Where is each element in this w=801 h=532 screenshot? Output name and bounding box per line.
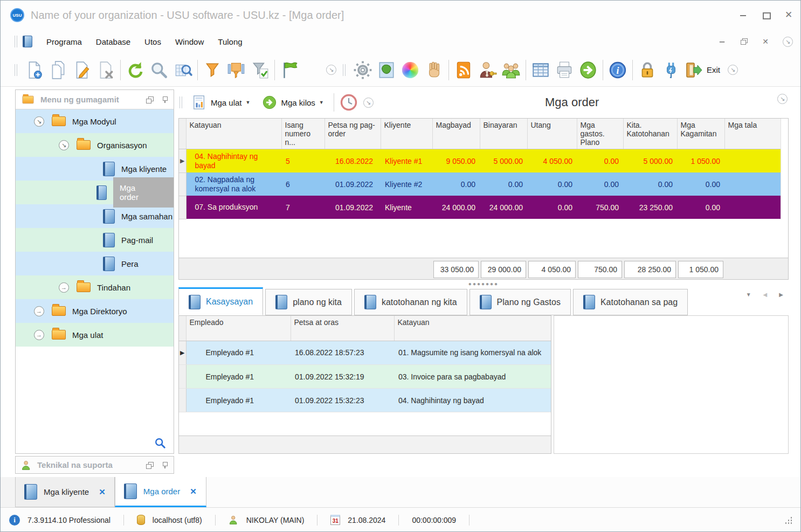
plug-icon[interactable]	[659, 58, 683, 82]
filter-icon[interactable]	[201, 58, 224, 82]
new-document-icon[interactable]	[23, 58, 46, 82]
filter-settings-icon[interactable]	[224, 58, 248, 82]
user-groups-icon[interactable]	[499, 58, 523, 82]
menu-tulong[interactable]: Tulong	[218, 37, 242, 46]
panel-splitter[interactable]: ●●●●●●●	[178, 281, 789, 287]
maximize-button[interactable]	[762, 11, 770, 19]
toolbar-overflow-icon[interactable]: ↘	[728, 65, 738, 75]
support-pin-icon[interactable]	[162, 461, 168, 468]
menu-window[interactable]: Window	[175, 37, 204, 46]
column-header-kita[interactable]: Kita. Katotohanan	[623, 119, 677, 149]
window-tab-mga-kliyente[interactable]: Mga kliyente ✕	[15, 477, 115, 507]
window-tab-mga-order[interactable]: Mga order ✕	[115, 477, 206, 507]
support-panel[interactable]: Teknikal na suporta	[15, 456, 174, 474]
tree-item-mga-samahan[interactable]: Mga samahan	[16, 204, 174, 228]
subtoolbar-collapse-icon[interactable]: ↘	[363, 98, 374, 108]
column-header-katayuan[interactable]: Katayuan	[394, 316, 551, 341]
scheduler-clock-icon[interactable]	[340, 93, 358, 112]
delete-document-icon[interactable]	[94, 58, 118, 82]
column-header-petsa-at-oras[interactable]: Petsa at oras	[291, 316, 394, 341]
column-header-gastos-plano[interactable]: Mga gastos. Plano	[577, 119, 623, 149]
flag-icon[interactable]	[278, 58, 301, 82]
tree-item-mga-direktoryo[interactable]: →Mga Direktoryo	[16, 299, 174, 323]
tab-katotohanan-sa-pag[interactable]: Katotohanan sa pag	[573, 289, 688, 315]
column-header-empleado[interactable]: Empleado	[186, 316, 291, 341]
collapse-arrow-icon[interactable]: ↘	[59, 140, 69, 150]
search-icon[interactable]	[147, 58, 171, 82]
tree-search-icon[interactable]	[154, 437, 166, 449]
sidebar-pin-icon[interactable]	[162, 96, 168, 103]
mdi-minimize-button[interactable]	[719, 38, 726, 45]
mdi-restore-button[interactable]	[740, 37, 748, 46]
mdi-close-button[interactable]: ✕	[761, 37, 770, 46]
tree-item-pag-mail[interactable]: Pag-mail	[16, 228, 174, 252]
column-header-kagamitan[interactable]: Mga Kagamitan	[677, 119, 724, 149]
expand-arrow-icon[interactable]: →	[34, 306, 44, 316]
exit-icon[interactable]: Exit	[683, 58, 720, 82]
order-row-3[interactable]: 07. Sa produksyon 7 01.09.2022 Kliyente …	[179, 196, 781, 219]
history-panel: Empleado Petsa at oras Katayuan ▶ Empley…	[178, 315, 551, 454]
tree-item-organisasyon[interactable]: ↘Organisasyon	[16, 133, 174, 157]
tab-scroll-right-icon[interactable]: ▶	[779, 292, 783, 298]
user-label: NIKOLAY (MAIN)	[246, 516, 305, 524]
sidebar-restore-icon[interactable]	[146, 96, 153, 103]
toolbar-collapse-icon[interactable]: ↘	[326, 65, 336, 75]
tab-scroll-left-icon[interactable]: ◀	[763, 292, 768, 298]
user-permissions-icon[interactable]	[475, 58, 499, 82]
search-grid-icon[interactable]	[171, 58, 195, 82]
rss-icon[interactable]	[452, 58, 475, 82]
actions-button[interactable]: Mga kilos▼	[258, 93, 328, 112]
column-header-petsa[interactable]: Petsa ng pag-order	[324, 119, 381, 149]
tab-close-icon[interactable]: ✕	[190, 487, 197, 496]
column-header-katayuan[interactable]: Katayuan	[186, 119, 281, 149]
column-header-kliyente[interactable]: Kliyente	[381, 119, 432, 149]
panel-collapse-icon[interactable]: ↘	[777, 94, 788, 104]
tab-kasaysayan[interactable]: Kasaysayan	[178, 287, 263, 315]
collapse-arrow-icon[interactable]: ↘	[34, 116, 44, 127]
minimize-button[interactable]	[739, 11, 748, 19]
print-icon[interactable]	[553, 58, 576, 82]
reports-button[interactable]: Mga ulat▼	[188, 93, 254, 112]
settings-gear-icon[interactable]	[351, 58, 375, 82]
tab-close-icon[interactable]: ✕	[99, 487, 106, 497]
tab-katotohanan-ng-kita[interactable]: katotohanan ng kita	[354, 289, 467, 315]
filter-apply-icon[interactable]	[248, 58, 272, 82]
colors-icon[interactable]	[398, 58, 422, 82]
menu-utos[interactable]: Utos	[144, 37, 161, 46]
order-row-1[interactable]: ▶ 04. Naghihintay ng bayad 5 16.08.2022 …	[179, 149, 781, 172]
tree-item-tindahan[interactable]: →Tindahan	[16, 275, 174, 299]
support-restore-icon[interactable]	[146, 462, 153, 468]
tree-item-pera[interactable]: Pera	[16, 252, 174, 275]
history-row-2[interactable]: Empleyado #1 01.09.2022 15:32:19 03. Inv…	[179, 365, 551, 389]
history-row-1[interactable]: ▶ Empleyado #1 16.08.2022 18:57:23 01. M…	[179, 341, 551, 365]
column-header-magbayad[interactable]: Magbayad	[432, 119, 480, 149]
edit-document-icon[interactable]	[70, 58, 94, 82]
info-icon[interactable]: i	[606, 58, 630, 82]
column-header-numero[interactable]: Isang numero n...	[281, 119, 324, 149]
order-row-2[interactable]: 02. Nagpadala ng komersyal na alok 6 01.…	[179, 172, 781, 196]
tab-plano-ng-kita[interactable]: plano ng kita	[265, 289, 352, 315]
expand-arrow-icon[interactable]: →	[34, 330, 44, 340]
menu-programa[interactable]: Programa	[46, 37, 82, 46]
go-next-icon[interactable]	[576, 58, 600, 82]
tab-plano-ng-gastos[interactable]: Plano ng Gastos	[469, 289, 571, 315]
expand-arrow-icon[interactable]: →	[59, 282, 69, 293]
column-header-binayaran[interactable]: Binayaran	[480, 119, 527, 149]
tree-item-mga-order[interactable]: Mga order	[16, 181, 174, 204]
tree-item-mga-modyul[interactable]: ↘Mga Modyul	[16, 109, 174, 133]
refresh-icon[interactable]	[123, 58, 147, 82]
column-header-mga-tala[interactable]: Mga tala	[724, 119, 781, 149]
table-icon[interactable]	[529, 58, 553, 82]
resize-grip[interactable]	[784, 516, 792, 524]
lock-icon[interactable]	[636, 58, 659, 82]
tree-item-mga-ulat[interactable]: →Mga ulat	[16, 323, 174, 347]
map-icon[interactable]	[375, 58, 398, 82]
close-button[interactable]: ✕	[784, 11, 793, 19]
pan-hand-icon[interactable]	[422, 58, 446, 82]
tab-list-dropdown-icon[interactable]: ▼	[746, 292, 751, 298]
menu-database[interactable]: Database	[96, 37, 130, 46]
menubar-collapse-icon[interactable]: ↘	[783, 37, 793, 47]
copy-document-icon[interactable]	[46, 58, 70, 82]
history-row-3[interactable]: Empleyado #1 01.09.2022 15:32:23 04. Nag…	[179, 389, 551, 412]
column-header-utang[interactable]: Utang	[527, 119, 577, 149]
